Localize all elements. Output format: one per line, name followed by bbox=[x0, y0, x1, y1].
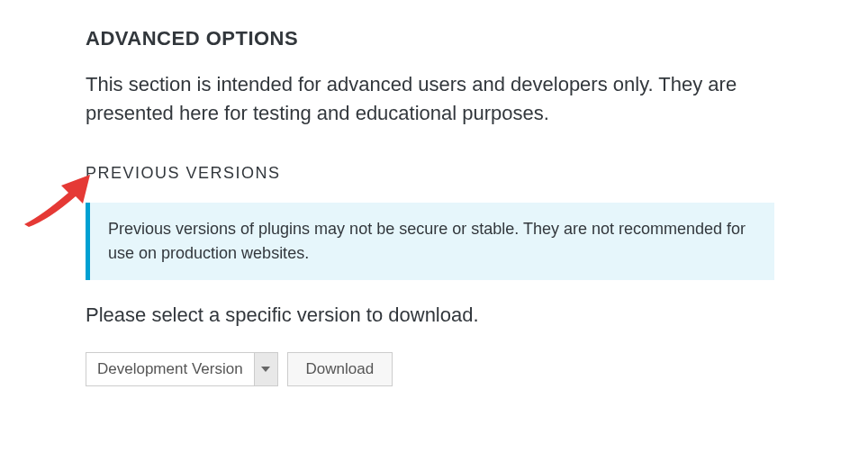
chevron-down-icon[interactable] bbox=[254, 353, 277, 385]
advanced-options-intro: This section is intended for advanced us… bbox=[86, 70, 774, 128]
version-select-instruction: Please select a specific version to down… bbox=[86, 303, 774, 327]
version-controls: Development Version Download bbox=[86, 352, 774, 386]
advanced-options-heading: ADVANCED OPTIONS bbox=[86, 27, 774, 50]
version-select-value: Development Version bbox=[86, 353, 254, 385]
previous-versions-heading: PREVIOUS VERSIONS bbox=[86, 164, 774, 183]
download-button[interactable]: Download bbox=[287, 352, 393, 386]
advanced-options-panel: ADVANCED OPTIONS This section is intende… bbox=[0, 0, 774, 386]
previous-versions-notice: Previous versions of plugins may not be … bbox=[86, 203, 774, 280]
version-select[interactable]: Development Version bbox=[86, 352, 278, 386]
